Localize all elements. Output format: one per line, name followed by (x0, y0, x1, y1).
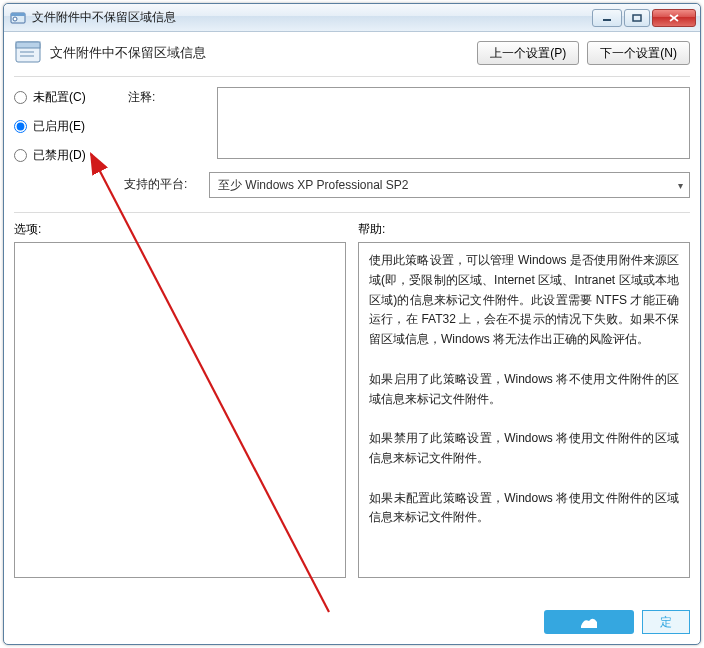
divider (14, 212, 690, 213)
help-pane[interactable]: 使用此策略设置，可以管理 Windows 是否使用附件来源区域(即，受限制的区域… (358, 242, 690, 578)
previous-setting-button[interactable]: 上一个设置(P) (477, 41, 579, 65)
help-label: 帮助: (358, 221, 690, 238)
dialog-window: 文件附件中不保留区域信息 文件附件中不保留区域信息 (3, 3, 701, 645)
radio-not-configured-label: 未配置(C) (33, 89, 86, 106)
app-icon (10, 10, 26, 26)
radio-enabled-label: 已启用(E) (33, 118, 85, 135)
radio-enabled[interactable]: 已启用(E) (14, 118, 124, 135)
header-title: 文件附件中不保留区域信息 (50, 44, 469, 62)
svg-rect-8 (16, 42, 40, 48)
help-paragraph: 如果启用了此策略设置，Windows 将不使用文件附件的区域信息来标记文件附件。 (369, 370, 679, 410)
window-title: 文件附件中不保留区域信息 (32, 9, 592, 26)
titlebar[interactable]: 文件附件中不保留区域信息 (4, 4, 700, 32)
svg-point-2 (13, 17, 17, 21)
comment-label: 注释: (128, 87, 213, 164)
platform-value: 至少 Windows XP Professional SP2 (218, 177, 409, 194)
radio-not-configured[interactable]: 未配置(C) (14, 89, 124, 106)
help-paragraph: 使用此策略设置，可以管理 Windows 是否使用附件来源区域(即，受限制的区域… (369, 251, 679, 350)
options-pane[interactable] (14, 242, 346, 578)
ok-button-label: 定 (660, 614, 672, 631)
footer-graphic (544, 610, 634, 634)
minimize-button[interactable] (592, 9, 622, 27)
svg-rect-4 (633, 15, 641, 21)
platform-select[interactable]: 至少 Windows XP Professional SP2 ▾ (209, 172, 690, 198)
radio-disabled-input[interactable] (14, 149, 27, 162)
help-paragraph: 如果未配置此策略设置，Windows 将使用文件附件的区域信息来标记文件附件。 (369, 489, 679, 529)
dialog-content: 文件附件中不保留区域信息 上一个设置(P) 下一个设置(N) 未配置(C) 已启… (4, 32, 700, 644)
radio-enabled-input[interactable] (14, 120, 27, 133)
next-setting-button[interactable]: 下一个设置(N) (587, 41, 690, 65)
policy-icon (14, 40, 42, 66)
ok-button[interactable]: 定 (642, 610, 690, 634)
radio-disabled-label: 已禁用(D) (33, 147, 86, 164)
radio-disabled[interactable]: 已禁用(D) (14, 147, 124, 164)
comment-textarea[interactable] (217, 87, 690, 159)
help-text: 使用此策略设置，可以管理 Windows 是否使用附件来源区域(即，受限制的区域… (359, 243, 689, 536)
maximize-button[interactable] (624, 9, 650, 27)
svg-rect-1 (11, 13, 25, 16)
divider (14, 76, 690, 77)
help-paragraph: 如果禁用了此策略设置，Windows 将使用文件附件的区域信息来标记文件附件。 (369, 429, 679, 469)
close-button[interactable] (652, 9, 696, 27)
chevron-down-icon: ▾ (678, 180, 683, 191)
options-label: 选项: (14, 221, 346, 238)
platform-label: 支持的平台: (124, 172, 209, 198)
radio-not-configured-input[interactable] (14, 91, 27, 104)
